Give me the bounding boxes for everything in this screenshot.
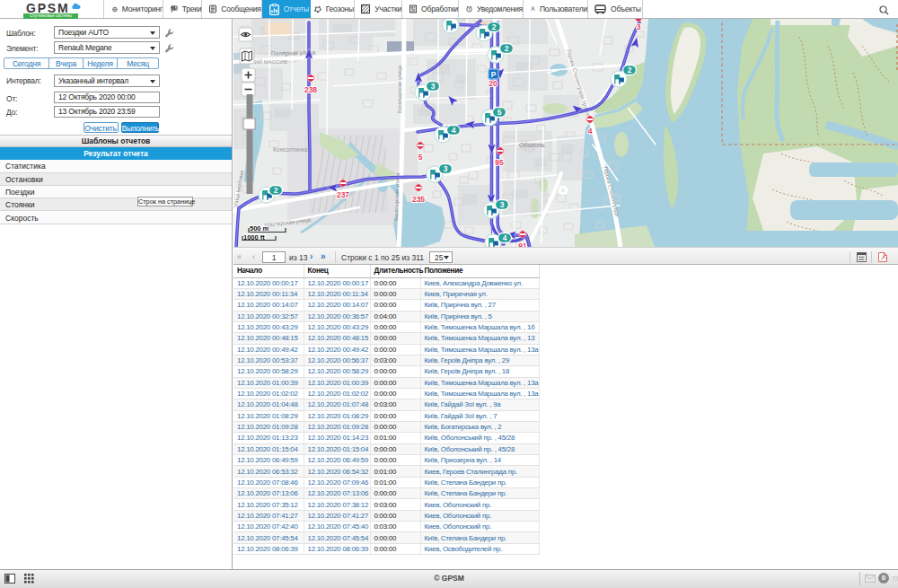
svg-text:2: 2 (628, 66, 632, 75)
svg-text:95: 95 (495, 158, 504, 167)
svg-text:5: 5 (497, 108, 502, 117)
svg-text:238: 238 (304, 85, 317, 94)
svg-text:3: 3 (500, 200, 505, 209)
svg-text:Богатырская улица: Богатырская улица (397, 65, 402, 113)
svg-text:3: 3 (444, 164, 448, 173)
svg-text:2: 2 (505, 44, 509, 53)
svg-text:4: 4 (503, 233, 507, 242)
svg-text:4: 4 (588, 127, 593, 136)
svg-text:P: P (491, 70, 497, 79)
svg-text:5: 5 (418, 153, 423, 162)
svg-text:500 m: 500 m (250, 224, 269, 233)
svg-text:4: 4 (452, 126, 456, 135)
svg-text:237: 237 (337, 190, 349, 199)
svg-text:КИЙ МАССИВ: КИЙ МАССИВ (251, 58, 287, 65)
svg-text:2: 2 (492, 22, 497, 31)
svg-text:235: 235 (412, 195, 425, 204)
svg-text:2: 2 (274, 186, 278, 195)
svg-text:3: 3 (637, 22, 641, 31)
svg-text:Оболонь: Оболонь (519, 142, 545, 148)
svg-text:Консолтинка: Консолтинка (273, 146, 308, 153)
svg-text:3: 3 (431, 82, 436, 91)
svg-text:20: 20 (489, 79, 497, 88)
